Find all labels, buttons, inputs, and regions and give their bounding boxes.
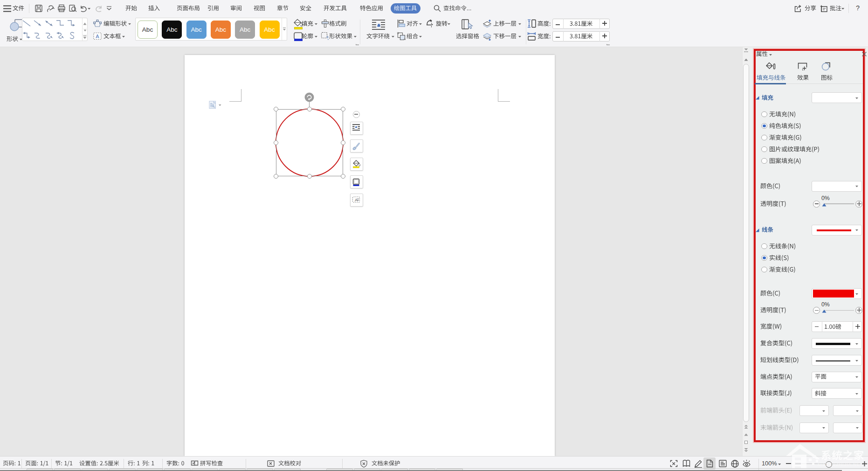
svg-text:A: A [96, 34, 99, 39]
svg-text:A: A [355, 197, 358, 202]
